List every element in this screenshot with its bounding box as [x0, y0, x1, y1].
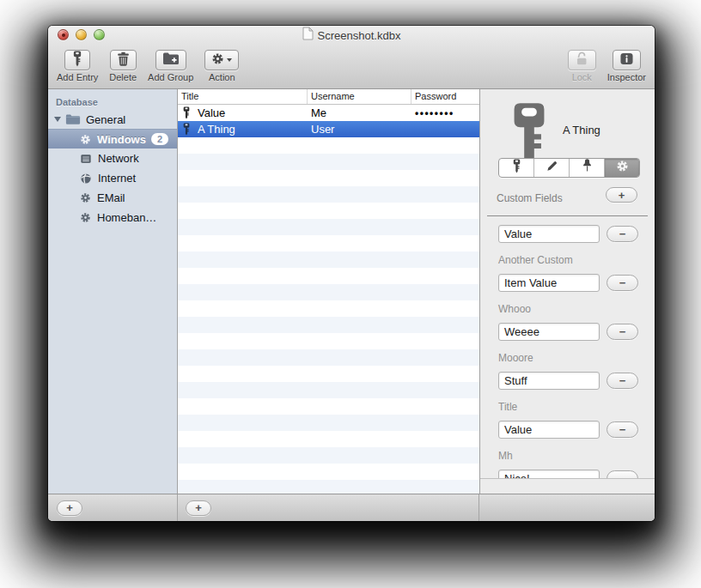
action-button[interactable] — [204, 50, 239, 70]
lock-label: Lock — [572, 72, 592, 82]
table-row-selected[interactable]: A Thing User — [178, 121, 479, 137]
add-group-label: Add Group — [148, 72, 193, 82]
custom-field-label: Another Custom — [498, 254, 655, 266]
disclosure-triangle-icon[interactable] — [54, 117, 61, 122]
minus-icon: − — [619, 424, 626, 435]
info-icon — [619, 52, 634, 69]
minus-icon: − — [619, 326, 626, 337]
minus-icon: − — [619, 228, 626, 239]
sidebar-item-label: Windows — [97, 133, 146, 146]
custom-field-value-input[interactable] — [498, 372, 600, 390]
remove-field-button[interactable]: − — [607, 275, 638, 291]
tab-general[interactable] — [499, 159, 533, 177]
remove-field-button[interactable]: − — [607, 421, 638, 438]
network-icon — [80, 153, 92, 165]
toolbar-item-add-group: Add Group — [148, 50, 193, 82]
custom-field-value-input[interactable] — [498, 470, 600, 479]
sidebar-item-email[interactable]: EMail — [48, 188, 177, 208]
window-title: Screenshot.kdbx — [318, 29, 401, 42]
remove-field-button[interactable]: − — [607, 373, 638, 389]
entry-count-badge: 2 — [151, 133, 168, 145]
entry-username: User — [308, 121, 411, 137]
sidebar-item-network[interactable]: Network — [48, 149, 177, 168]
custom-field-value-input[interactable] — [498, 421, 600, 439]
toolbar-item-delete: Delete — [109, 50, 137, 82]
tab-attachments[interactable] — [569, 159, 604, 177]
sidebar-section-header: Database — [48, 94, 177, 110]
remove-field-button[interactable]: − — [607, 226, 638, 242]
column-header-username[interactable]: Username — [308, 89, 411, 104]
tab-custom-fields[interactable] — [604, 159, 639, 177]
sidebar-item-homebanking[interactable]: Homeban… — [48, 208, 177, 227]
custom-field-group: − — [498, 225, 655, 243]
sidebar-item-label: Internet — [98, 172, 136, 185]
gear-icon — [80, 192, 91, 203]
toolbar-item-lock: Lock — [568, 50, 596, 82]
group-sidebar: Database General Windows 2 — [48, 89, 178, 494]
custom-field-value-input[interactable] — [498, 323, 600, 341]
entry-title: A Thing — [198, 123, 235, 136]
key-icon — [183, 123, 190, 136]
custom-field-label: Mooore — [498, 352, 655, 364]
add-entry-label: Add Entry — [57, 72, 98, 82]
toolbar-left-group: Add Entry Delete — [57, 50, 239, 82]
pushpin-icon — [582, 159, 593, 177]
add-group-button[interactable] — [155, 50, 186, 70]
entry-table: Title Username Password Value Me •••••••… — [178, 89, 479, 494]
column-header-password[interactable]: Password — [411, 89, 479, 104]
custom-field-group: Title − — [498, 401, 655, 439]
custom-field-value-input[interactable] — [498, 225, 600, 243]
sidebar-group-label: General — [86, 113, 125, 126]
remove-field-button[interactable]: − — [607, 470, 638, 479]
custom-field-group: Another Custom − — [498, 254, 655, 292]
custom-fields-section-title: Custom Fields — [497, 192, 563, 204]
titlebar[interactable]: Screenshot.kdbx — [48, 26, 655, 45]
globe-icon — [80, 173, 92, 185]
gear-icon — [211, 52, 224, 69]
tab-notes[interactable] — [533, 159, 569, 177]
custom-fields-scroll-area[interactable]: − Another Custom − Whooo — [480, 216, 655, 479]
entry-table-empty-area — [178, 137, 479, 494]
pencil-icon — [546, 160, 558, 176]
folder-icon — [65, 113, 81, 125]
sidebar-item-internet[interactable]: Internet — [48, 168, 177, 188]
minus-icon: − — [619, 277, 626, 288]
sidebar-item-windows[interactable]: Windows 2 — [48, 129, 177, 149]
column-header-title[interactable]: Title — [178, 89, 308, 104]
custom-field-group: Mh − — [498, 450, 655, 479]
add-group-footer-button[interactable]: + — [57, 500, 82, 516]
delete-label: Delete — [109, 72, 137, 82]
minimize-button[interactable] — [76, 29, 87, 40]
sidebar-item-label: EMail — [97, 191, 125, 204]
minus-icon: − — [619, 375, 626, 386]
add-entry-button[interactable] — [64, 50, 90, 70]
custom-field-label: Mh — [498, 450, 655, 462]
action-label: Action — [209, 72, 235, 82]
zoom-button[interactable] — [94, 29, 105, 40]
folder-plus-icon — [162, 52, 180, 69]
delete-button[interactable] — [110, 50, 137, 70]
window-chrome: Screenshot.kdbx Add Entry — [48, 26, 655, 89]
lock-button[interactable] — [568, 50, 596, 70]
add-entry-footer-button[interactable]: + — [186, 500, 211, 516]
toolbar-right-group: Lock Inspector — [568, 50, 646, 82]
custom-field-value-input[interactable] — [498, 274, 600, 292]
key-icon — [513, 159, 521, 177]
toolbar-item-add-entry: Add Entry — [57, 50, 98, 82]
chevron-down-icon — [227, 58, 232, 62]
table-row[interactable]: Value Me •••••••• — [178, 105, 479, 121]
key-icon — [73, 51, 82, 70]
window-title-group: Screenshot.kdbx — [302, 27, 401, 44]
plus-icon: + — [195, 502, 202, 513]
add-custom-field-button[interactable]: + — [606, 187, 637, 203]
toolbar-item-inspector: Inspector — [607, 50, 646, 82]
inspector-button[interactable] — [613, 50, 641, 70]
gear-icon — [616, 160, 629, 176]
close-button[interactable] — [58, 29, 69, 40]
sidebar-item-label: Homeban… — [97, 211, 156, 224]
sidebar-group-general[interactable]: General — [48, 110, 177, 129]
entry-table-header: Title Username Password — [178, 89, 479, 105]
remove-field-button[interactable]: − — [607, 324, 638, 340]
toolbar-item-action: Action — [204, 50, 239, 82]
inspector-label: Inspector — [607, 72, 646, 82]
